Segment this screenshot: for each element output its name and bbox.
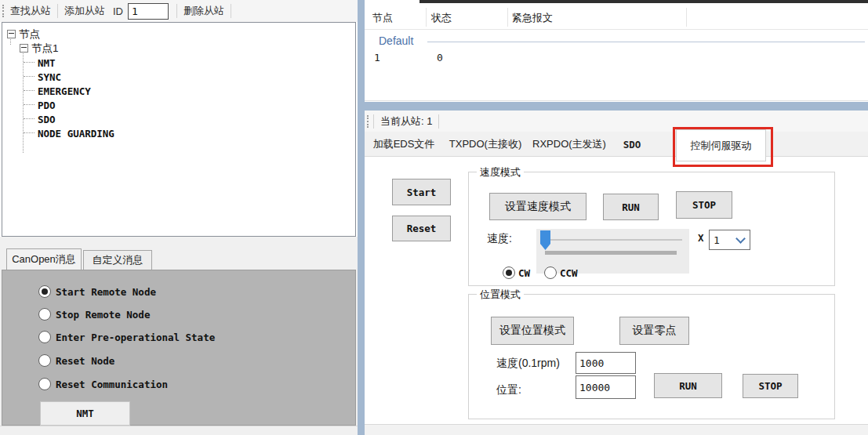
chevron-down-icon (735, 234, 746, 244)
delete-slave-button[interactable]: 删除从站 (177, 4, 231, 18)
dropdown-value: 1 (714, 234, 720, 246)
start-button[interactable]: Start (392, 179, 451, 205)
ccw-radio[interactable] (544, 266, 557, 279)
radio-label: Reset Node (56, 355, 114, 367)
slider-track[interactable] (541, 239, 682, 241)
annotation-red-box (673, 127, 773, 167)
nmt-command-panel: Start Remote Node Stop Remote Node Enter… (2, 270, 356, 426)
set-position-mode-button[interactable]: 设置位置模式 (491, 317, 574, 345)
ccw-label: CCW (560, 267, 578, 279)
position-label: 位置: (496, 383, 521, 397)
reset-button[interactable]: Reset (392, 216, 451, 241)
cw-radio[interactable] (503, 266, 515, 279)
table-row[interactable]: 1 0 (365, 50, 868, 66)
position-speed-input[interactable] (576, 352, 636, 374)
tab-rxpdo[interactable]: RXPDO(主发送) (528, 132, 611, 157)
collapse-minus-icon[interactable] (7, 30, 16, 38)
toolbar-separator (231, 4, 231, 18)
tree-connector (24, 118, 35, 119)
nmt-button[interactable]: NMT (40, 401, 130, 426)
group-divider-line (427, 42, 865, 42)
multiplier-x-label: X (698, 232, 704, 244)
tab-canopen-message[interactable]: CanOpen消息 (6, 248, 82, 270)
radio-start-remote-node[interactable] (38, 285, 51, 298)
position-run-button[interactable]: RUN (654, 373, 722, 398)
tab-load-eds[interactable]: 加载EDS文件 (365, 132, 443, 157)
column-header-emergency[interactable]: 紧急报文 (512, 11, 553, 25)
radio-label: Stop Remote Node (56, 309, 150, 321)
current-slave-label: 当前从站: 1 (374, 114, 438, 129)
tree-connector (23, 51, 24, 153)
current-slave-toolbar: 当前从站: 1 (365, 111, 868, 132)
radio-enter-preoperational[interactable] (38, 331, 51, 343)
tab-label: SDO (623, 139, 641, 150)
cell-status: 0 (437, 52, 443, 63)
column-separator (507, 8, 508, 27)
radio-label: Reset Communication (56, 379, 168, 390)
position-mode-group: 位置模式 设置位置模式 设置零点 速度(0.1rpm) 位置: RUN STOP (468, 294, 835, 419)
speed-mode-title: 速度模式 (477, 165, 524, 179)
tree-connector (24, 90, 35, 91)
tree-root-item[interactable]: 节点 (19, 27, 40, 42)
set-speed-mode-button[interactable]: 设置速度模式 (489, 193, 587, 220)
tree-connector (24, 76, 35, 77)
tree-item-nmt[interactable]: NMT (38, 57, 56, 69)
radio-reset-communication[interactable] (38, 378, 51, 390)
slider-thumb[interactable] (540, 230, 550, 250)
tab-label: 自定义消息 (93, 253, 143, 267)
status-strip (365, 424, 868, 435)
tree-item-pdo[interactable]: PDO (38, 100, 56, 111)
column-header-status[interactable]: 状态 (431, 11, 452, 25)
radio-label: Enter Pre-operational State (56, 332, 215, 343)
horizontal-splitter[interactable] (365, 102, 868, 111)
position-speed-label: 速度(0.1rpm) (496, 357, 560, 371)
toolbar-gripper-icon[interactable] (367, 115, 369, 128)
column-separator (426, 8, 427, 27)
tree-connector (24, 132, 35, 133)
column-header-node[interactable]: 节点 (372, 11, 393, 25)
radio-stop-remote-node[interactable] (38, 308, 51, 321)
column-separator (686, 8, 687, 27)
tree-connector (24, 62, 35, 63)
position-stop-button[interactable]: STOP (743, 374, 798, 398)
tree-item-sdo[interactable]: SDO (38, 114, 56, 125)
tree-item-sync[interactable]: SYNC (38, 71, 61, 83)
tab-label: RXPDO(主发送) (532, 137, 606, 151)
canopen-master-window: 查找从站 添加从站 ID 删除从站 节点 节点1 NMT SYNC EMERGE… (0, 0, 868, 435)
cell-node: 1 (374, 52, 380, 63)
tab-label: CanOpen消息 (12, 252, 76, 266)
status-strip (0, 426, 358, 435)
speed-slider-label: 速度: (487, 232, 512, 246)
speed-run-button[interactable]: RUN (603, 194, 659, 220)
node-tree: 节点 节点1 NMT SYNC EMERGENCY PDO SDO NODE G… (2, 22, 356, 237)
tab-sdo[interactable]: SDO (612, 132, 652, 157)
tab-txpdo[interactable]: TXPDO(主接收) (444, 132, 527, 157)
speed-mode-group: 速度模式 设置速度模式 RUN STOP 速度: X 1 CW CCW (468, 172, 835, 286)
radio-label: Start Remote Node (56, 286, 156, 298)
slider-secondary-bar (545, 251, 677, 255)
collapse-minus-icon[interactable] (20, 44, 28, 53)
radio-reset-node[interactable] (38, 354, 51, 367)
cw-label: CW (518, 267, 530, 279)
position-input[interactable] (576, 375, 636, 399)
add-slave-button[interactable]: 添加从站 (58, 4, 111, 18)
tab-custom-message[interactable]: 自定义消息 (83, 250, 152, 270)
slave-id-label: ID (113, 5, 123, 17)
tab-label: 加载EDS文件 (373, 137, 435, 151)
slave-toolbar: 查找从站 添加从站 ID 删除从站 (0, 0, 358, 22)
tree-node1-item[interactable]: 节点1 (31, 42, 59, 56)
tree-connector (24, 104, 35, 105)
find-slave-button[interactable]: 查找从站 (4, 4, 57, 18)
tree-item-node-guarding[interactable]: NODE GUARDING (38, 128, 114, 140)
tree-item-emergency[interactable]: EMERGENCY (38, 85, 91, 97)
tab-label: TXPDO(主接收) (449, 137, 521, 151)
set-zero-button[interactable]: 设置零点 (619, 317, 689, 345)
vertical-splitter[interactable] (358, 0, 365, 435)
node-status-list: 节点 状态 紧急报文 Default 1 0 (365, 3, 868, 101)
header-divider (365, 29, 868, 30)
group-label-default: Default (379, 34, 413, 47)
slave-id-input[interactable] (128, 3, 169, 20)
toolbar-separator (438, 114, 439, 129)
multiplier-dropdown[interactable]: 1 (709, 230, 750, 250)
speed-stop-button[interactable]: STOP (676, 191, 732, 219)
